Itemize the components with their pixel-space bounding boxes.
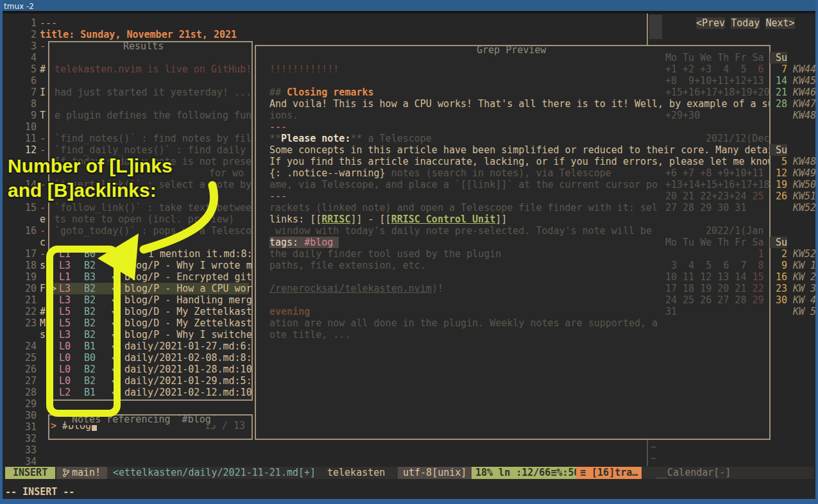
buffer-text: title: Sunday, November 21st, 2021 bbox=[40, 29, 237, 40]
buffer-text: # bbox=[40, 306, 46, 317]
window-border bbox=[0, 0, 3, 504]
calendar-week-number: KW52 bbox=[793, 202, 816, 214]
progress-segment: 18% ln :12/66≡%:50 bbox=[472, 467, 584, 479]
calendar-week-number: KW48 bbox=[793, 110, 816, 121]
calendar-sunday-day[interactable]: 26 bbox=[770, 190, 787, 202]
buffer-text: I bbox=[40, 87, 46, 98]
line-number: 1 bbox=[19, 17, 37, 29]
buffer-text: c bbox=[40, 237, 46, 248]
calendar-sunday-day[interactable]: 23 bbox=[770, 283, 787, 294]
line-number: 21 bbox=[19, 294, 37, 306]
line-number: 6 bbox=[19, 75, 37, 87]
line-number: 25 bbox=[19, 352, 37, 364]
calendar-week-number: KW49 bbox=[793, 167, 816, 179]
annotation-text-line1: Number of [L]inks bbox=[8, 160, 173, 172]
calendar-week-number: KW47 bbox=[793, 98, 816, 110]
line-number: 11 bbox=[19, 133, 37, 144]
line-number: 7 bbox=[19, 87, 37, 98]
line-number: 17 bbox=[19, 248, 37, 260]
line-number: 31 bbox=[19, 421, 37, 433]
buffer-text: T bbox=[40, 110, 46, 121]
buffer-text: s bbox=[40, 329, 46, 340]
buffer-text: - bbox=[40, 202, 46, 214]
encoding-segment: utf-8[unix] bbox=[398, 467, 472, 479]
calendar-sunday-day[interactable]: 30 bbox=[770, 294, 787, 306]
annotation-text-line2: and [B]acklinks: bbox=[8, 185, 157, 196]
buffer-text: # bbox=[40, 63, 46, 75]
calendar-week-number: KW 3 bbox=[793, 283, 816, 294]
calendar-week-number: KW50 bbox=[793, 179, 816, 190]
git-branch-segment: main! bbox=[56, 467, 107, 479]
calendar-week-number: KW46 bbox=[793, 87, 816, 98]
buffer-text-layer: 1234567891011121415161718192021222324252… bbox=[0, 0, 818, 504]
buffer-text: - bbox=[40, 144, 46, 156]
window-border bbox=[815, 0, 818, 504]
line-number: 24 bbox=[19, 340, 37, 352]
window-title: tmux -2 bbox=[4, 1, 34, 12]
line-number: 3 bbox=[19, 40, 37, 52]
calendar-sunday-header: Su bbox=[770, 144, 787, 156]
calendar-sunday-day[interactable]: 9 bbox=[770, 260, 787, 271]
git-branch-icon bbox=[63, 469, 69, 477]
calendar-week-number: KW 4 bbox=[793, 294, 816, 306]
calendar-sunday-day[interactable]: 16 bbox=[770, 271, 787, 283]
calendar-sunday-day[interactable]: 19 bbox=[770, 179, 787, 190]
buffer-text: F bbox=[40, 283, 46, 294]
xterm-window: ~ ~ <Prev Today Next> Results telekasten… bbox=[0, 0, 818, 504]
line-number: 5 bbox=[19, 63, 37, 75]
annotation-box bbox=[46, 246, 121, 417]
line-number: 2 bbox=[19, 29, 37, 40]
window-border bbox=[0, 499, 818, 504]
calendar-week-number: KW52 bbox=[793, 248, 816, 260]
buffer-text: - bbox=[40, 248, 46, 260]
line-number: 18 bbox=[19, 260, 37, 271]
calendar-week-number: KW44 bbox=[793, 63, 816, 75]
buffer-text: - bbox=[40, 40, 46, 52]
line-number: 8 bbox=[19, 98, 37, 110]
calendar-sunday-day[interactable]: 12 bbox=[770, 167, 787, 179]
calendar-week-number: KW 2 bbox=[793, 271, 816, 283]
plugin-name: telekasten bbox=[327, 467, 385, 479]
calendar-sunday-header: Su bbox=[770, 237, 787, 248]
buffer-text: - bbox=[40, 133, 46, 144]
buffer-text: --- bbox=[40, 17, 57, 29]
window-title-bar[interactable]: tmux -2 bbox=[0, 0, 818, 11]
buffer-text: e bbox=[40, 214, 46, 225]
line-number: 15 bbox=[19, 202, 37, 214]
line-number: 20 bbox=[19, 283, 37, 294]
line-number: 16 bbox=[19, 225, 37, 237]
mode-message: -- INSERT -- bbox=[5, 486, 74, 498]
filename-segment: <ettelkasten/daily/2021-11-21.md[+] bbox=[113, 467, 316, 479]
buffer-text: M bbox=[40, 317, 46, 329]
line-number: 32 bbox=[19, 433, 37, 444]
calendar-sunday-header: Su bbox=[770, 52, 787, 63]
line-number: 19 bbox=[19, 271, 37, 283]
line-number: 23 bbox=[19, 317, 37, 329]
calendar-week-number: KW45 bbox=[793, 75, 816, 87]
line-number: 34 bbox=[19, 456, 37, 467]
line-number: 28 bbox=[19, 387, 37, 398]
buffer-text: s bbox=[40, 260, 46, 271]
line-number: 22 bbox=[19, 306, 37, 317]
calendar-week-number: KW48 bbox=[793, 156, 816, 167]
calendar-sunday-day[interactable]: 2 bbox=[770, 248, 787, 260]
line-number: 33 bbox=[19, 444, 37, 456]
calendar-week-number: KW 1 bbox=[793, 260, 816, 271]
calendar-sunday-day[interactable]: 5 bbox=[770, 156, 787, 167]
buffer-text: - bbox=[40, 225, 46, 237]
calendar-sunday-day[interactable]: 7 bbox=[770, 63, 787, 75]
line-number: 30 bbox=[19, 410, 37, 421]
git-branch-label: main! bbox=[72, 467, 101, 478]
buffer-tabs-segment: ≡ [16]tra… bbox=[576, 467, 642, 479]
calendar-sunday-day[interactable]: 21 bbox=[770, 87, 787, 98]
calendar-week-number: KW 5 bbox=[793, 306, 816, 317]
calendar-week-number: KW51 bbox=[793, 190, 816, 202]
mode-indicator: INSERT bbox=[5, 467, 55, 479]
calendar-statusline: __Calendar[-] bbox=[656, 467, 731, 479]
line-number: 10 bbox=[19, 121, 37, 133]
calendar-sunday-day[interactable]: 14 bbox=[770, 75, 787, 87]
line-number: 27 bbox=[19, 375, 37, 387]
calendar-sunday-day[interactable]: 28 bbox=[770, 98, 787, 110]
line-number: 9 bbox=[19, 110, 37, 121]
line-number: 12 bbox=[19, 144, 37, 156]
